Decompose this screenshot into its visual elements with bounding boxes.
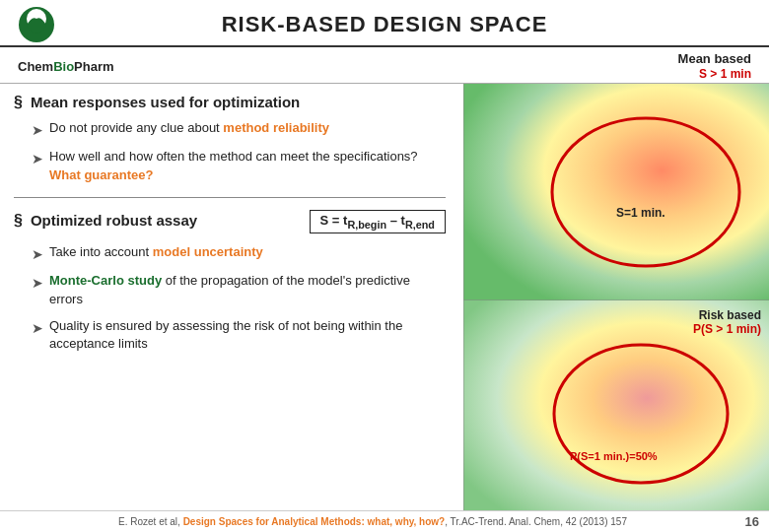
risk-based-label: Risk based P(S > 1 min) (693, 308, 761, 336)
section1-title-text: Mean responses used for optimization (31, 94, 300, 110)
mean-based-title: Mean based (678, 51, 751, 66)
section2-item3: ➤ Quality is ensured by assessing the ri… (14, 317, 446, 355)
section2-item2-highlight: Monte-Carlo study (49, 273, 162, 288)
page-title: RISK-BASED DESIGN SPACE (222, 12, 548, 36)
citation-highlight: Design Spaces for Analytical Methods: wh… (183, 516, 446, 527)
footer: E. Rozet et al, Design Spaces for Analyt… (0, 510, 769, 532)
citation-before: E. Rozet et al, (118, 516, 183, 527)
brand-bio: Bio (53, 59, 74, 74)
arrow-icon-5: ➤ (32, 318, 43, 338)
section1-item2: ➤ How well and how often the method can … (14, 148, 446, 185)
svg-text:P(S=1 min.)=50%: P(S=1 min.)=50% (570, 450, 658, 462)
brand-name: ChemBioPharm (18, 59, 114, 74)
p-label: P(S > 1 min) (693, 322, 761, 336)
header: RISK-BASED DESIGN SPACE (0, 0, 769, 47)
divider (14, 197, 446, 198)
citation: E. Rozet et al, Design Spaces for Analyt… (10, 516, 735, 527)
s-min-label: S > 1 min (699, 67, 751, 81)
optimized-row: § Optimized robust assay S = tR,begin – … (14, 208, 446, 235)
arrow-icon-1: ➤ (32, 120, 43, 140)
right-panel: S=1 min. (463, 84, 769, 527)
page-number: 16 (735, 514, 759, 529)
arrow-icon-2: ➤ (32, 149, 43, 168)
chart-top-svg: S=1 min. (463, 84, 769, 300)
mean-based-label: Mean based S > 1 min (678, 51, 751, 81)
svg-text:S=1 min.: S=1 min. (616, 206, 665, 220)
formula-text: S = tR,begin – tR,end (320, 213, 435, 228)
citation-ref: , Tr.AC-Trend. Anal. Chem, 42 (2013) 157 (445, 516, 627, 527)
section1-title: § Mean responses used for optimization (14, 94, 446, 111)
section2-title: § Optimized robust assay (14, 212, 290, 230)
section2-item1-text: Take into account model uncertainty (49, 243, 263, 262)
left-panel: § Mean responses used for optimization ➤… (0, 84, 463, 527)
subheader: ChemBioPharm Mean based S > 1 min (0, 47, 769, 84)
formula-box: S = tR,begin – tR,end (310, 210, 446, 233)
main-content: § Mean responses used for optimization ➤… (0, 84, 769, 527)
chart-bottom: P(S=1 min.)=50% Risk based P(S > 1 min) (463, 300, 769, 517)
section1-item1-text: Do not provide any clue about method rel… (49, 119, 329, 138)
section2-item3-text: Quality is ensured by assessing the risk… (49, 317, 446, 355)
section1-bullet: § (14, 94, 23, 111)
section1-item1-before: Do not provide any clue about (49, 120, 223, 135)
brand-chem: Chem (18, 59, 53, 74)
section1-item2-before: How well and how often the method can me… (49, 149, 418, 164)
section2-bullet: § (14, 212, 23, 230)
svg-rect-2 (463, 84, 769, 300)
arrow-icon-4: ➤ (32, 273, 43, 293)
section2-item1: ➤ Take into account model uncertainty (14, 243, 446, 264)
section2-item1-highlight: model uncertainty (153, 244, 263, 259)
arrow-icon-3: ➤ (32, 244, 43, 264)
section2-title-text: Optimized robust assay (31, 212, 197, 229)
section1-item2-highlight: What guarantee? (49, 167, 153, 182)
brand-pharm: Pharm (74, 59, 113, 74)
logo-icon (18, 6, 55, 43)
section2-item1-before: Take into account (49, 244, 153, 259)
risk-based-title: Risk based (699, 308, 761, 322)
section2-item2-text: Monte-Carlo study of the propagation of … (49, 272, 446, 309)
section1-item1: ➤ Do not provide any clue about method r… (14, 119, 446, 140)
section2-item2: ➤ Monte-Carlo study of the propagation o… (14, 272, 446, 309)
section1-item2-text: How well and how often the method can me… (49, 148, 446, 185)
section1-item1-highlight: method reliability (223, 120, 329, 135)
chart-top: S=1 min. (463, 84, 769, 300)
